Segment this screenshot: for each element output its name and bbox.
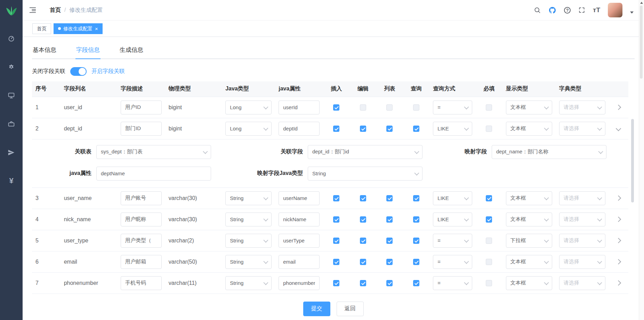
tab-gen-info[interactable]: 生成信息	[119, 43, 144, 59]
query-checkbox[interactable]	[413, 238, 419, 244]
query-checkbox[interactable]	[413, 126, 419, 132]
query-mode-select[interactable]: =	[433, 101, 472, 114]
tab-field-info[interactable]: 字段信息	[75, 43, 100, 59]
table-scrollbar-thumb[interactable]	[631, 119, 634, 202]
expand-row-icon[interactable]	[616, 195, 621, 201]
java-attr-input[interactable]	[279, 276, 320, 290]
list-checkbox[interactable]	[386, 238, 393, 244]
currency-menu-icon[interactable]: ¥	[5, 174, 18, 188]
java-attr-input[interactable]	[279, 234, 320, 248]
java-type-select[interactable]: Long	[225, 101, 272, 114]
expand-row-icon[interactable]	[616, 216, 621, 222]
tab-basic-info[interactable]: 基本信息	[32, 43, 57, 59]
java-type-select[interactable]: String	[225, 191, 272, 205]
table-scrollbar[interactable]	[631, 98, 634, 294]
list-checkbox[interactable]	[386, 195, 393, 201]
page-scrollbar[interactable]	[639, 0, 644, 320]
java-type-select[interactable]: String	[225, 255, 272, 269]
tag-current[interactable]: 修改生成配置 ×	[54, 23, 103, 34]
java-attr-input[interactable]	[279, 213, 320, 226]
expand-row-icon[interactable]	[616, 104, 621, 110]
list-checkbox[interactable]	[386, 126, 393, 132]
edit-checkbox[interactable]	[360, 259, 366, 265]
github-icon[interactable]	[548, 6, 556, 14]
query-mode-select[interactable]: =	[433, 234, 472, 248]
back-button[interactable]: 返回	[337, 302, 364, 316]
insert-checkbox[interactable]	[333, 104, 339, 111]
tag-home[interactable]: 首页	[32, 23, 51, 34]
related-table-select[interactable]: sys_dept：部门表	[96, 145, 211, 159]
related-field-select[interactable]: dept_id：部门id	[308, 145, 422, 159]
dict-type-select[interactable]: 请选择	[559, 276, 605, 290]
required-checkbox[interactable]	[486, 280, 492, 286]
column-description-input[interactable]	[121, 101, 162, 114]
column-description-input[interactable]	[121, 213, 162, 226]
system-settings-gear-icon[interactable]	[5, 60, 18, 74]
relation-toggle-switch[interactable]	[70, 67, 87, 76]
system-tools-briefcase-icon[interactable]	[5, 117, 18, 131]
collapse-row-icon[interactable]	[616, 126, 621, 131]
display-type-select[interactable]: 文本框	[506, 101, 552, 114]
insert-checkbox[interactable]	[333, 280, 339, 286]
list-checkbox[interactable]	[386, 280, 393, 286]
list-checkbox[interactable]	[386, 259, 393, 265]
java-attr-input[interactable]	[279, 122, 320, 136]
breadcrumb-home[interactable]: 首页	[50, 7, 61, 14]
java-type-select[interactable]: String	[225, 234, 272, 248]
required-checkbox[interactable]	[486, 104, 492, 111]
query-mode-select[interactable]: LIKE	[433, 122, 472, 136]
query-mode-select[interactable]: LIKE	[433, 213, 472, 226]
column-description-input[interactable]	[121, 191, 162, 205]
list-checkbox[interactable]	[386, 104, 393, 111]
insert-checkbox[interactable]	[333, 216, 339, 223]
app-logo-icon[interactable]	[0, 0, 23, 22]
font-size-icon[interactable]: тT	[593, 6, 600, 14]
display-type-select[interactable]: 文本框	[506, 122, 552, 136]
mapped-field-select[interactable]: dept_name：部门名称	[492, 145, 606, 159]
dict-type-select[interactable]: 请选择	[559, 191, 605, 205]
insert-checkbox[interactable]	[333, 195, 339, 201]
edit-checkbox[interactable]	[360, 104, 366, 111]
insert-checkbox[interactable]	[333, 238, 339, 244]
display-type-select[interactable]: 文本框	[506, 213, 552, 226]
dict-type-select[interactable]: 请选择	[559, 213, 605, 226]
java-type-select[interactable]: Long	[225, 122, 272, 136]
query-checkbox[interactable]	[413, 280, 419, 286]
list-checkbox[interactable]	[386, 216, 393, 223]
java-attr-input[interactable]	[279, 101, 320, 114]
help-icon[interactable]: ?	[564, 7, 571, 14]
required-checkbox[interactable]	[486, 259, 492, 265]
column-description-input[interactable]	[121, 122, 162, 136]
fullscreen-icon[interactable]	[578, 7, 585, 14]
query-mode-select[interactable]: =	[433, 276, 472, 290]
display-type-select[interactable]: 文本框	[506, 255, 552, 269]
dashboard-icon[interactable]	[5, 31, 18, 45]
user-menu-caret-icon[interactable]	[630, 11, 634, 14]
java-attr-input[interactable]	[279, 191, 320, 205]
tag-close-icon[interactable]: ×	[95, 26, 98, 31]
required-checkbox[interactable]	[486, 216, 492, 223]
edit-checkbox[interactable]	[360, 195, 366, 201]
insert-checkbox[interactable]	[333, 126, 339, 132]
edit-checkbox[interactable]	[360, 126, 366, 132]
java-type-select[interactable]: String	[225, 213, 272, 226]
query-mode-select[interactable]: LIKE	[433, 191, 472, 205]
scrollbar-up-arrow-icon[interactable]	[640, 2, 643, 4]
expand-row-icon[interactable]	[616, 280, 621, 286]
query-checkbox[interactable]	[413, 216, 419, 223]
guide-paper-plane-icon[interactable]	[5, 145, 18, 159]
exp-java-attr-input[interactable]	[96, 167, 211, 181]
system-monitor-icon[interactable]	[5, 88, 18, 102]
java-attr-input[interactable]	[279, 255, 320, 269]
required-checkbox[interactable]	[486, 126, 492, 132]
expand-row-icon[interactable]	[616, 259, 621, 264]
java-type-select[interactable]: String	[225, 276, 272, 290]
mapped-java-type-select[interactable]: String	[308, 167, 422, 181]
dict-type-select[interactable]: 请选择	[559, 101, 605, 114]
query-mode-select[interactable]: =	[433, 255, 472, 269]
query-checkbox[interactable]	[413, 259, 419, 265]
required-checkbox[interactable]	[486, 238, 492, 244]
column-description-input[interactable]	[121, 234, 162, 248]
display-type-select[interactable]: 文本框	[506, 191, 552, 205]
insert-checkbox[interactable]	[333, 259, 339, 265]
